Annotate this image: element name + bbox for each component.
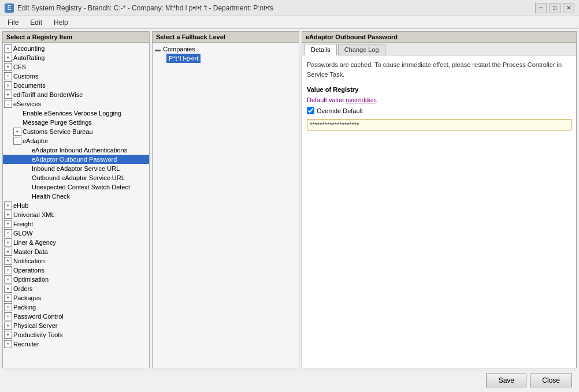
tree-item-enableeservices[interactable]: Enable eServices Verbose Logging	[3, 109, 149, 118]
tree-item-masterdata[interactable]: + Master Data	[3, 247, 149, 256]
toggle-passwordcontrol[interactable]: +	[4, 312, 12, 320]
toggle-glow[interactable]: +	[4, 229, 12, 237]
tree-label-unexpectedcontext: Unexpected Context Switch Detect	[32, 184, 130, 191]
toggle-editariff[interactable]: +	[4, 91, 12, 99]
tree-container[interactable]: + Accounting + AutoRating + CFS + Custom	[3, 43, 149, 368]
tree-item-productivitytools[interactable]: + Productivity Tools	[3, 330, 149, 339]
toggle-accounting[interactable]: +	[4, 44, 12, 53]
tree-label-ehub: eHub	[13, 202, 28, 209]
toggle-ehub[interactable]: +	[4, 201, 12, 210]
tree-label-passwordcontrol: Password Control	[13, 313, 64, 320]
tree-label-physicalserver: Physical Server	[13, 322, 57, 329]
toggle-eadaptor[interactable]: -	[13, 137, 21, 145]
tree-item-inboundeadaptor[interactable]: Inbound eAdaptor Service URL	[3, 164, 149, 173]
tree-item-physicalserver[interactable]: + Physical Server	[3, 321, 149, 330]
tree-label-documents: Documents	[13, 82, 46, 89]
tree-item-orders[interactable]: + Orders	[3, 284, 149, 293]
tree-label-eadaptor: eAdaptor	[23, 137, 49, 144]
tree-label-accounting: Accounting	[13, 45, 44, 52]
toggle-customsservicebureau[interactable]: +	[13, 128, 21, 136]
toggle-physicalserver[interactable]: +	[4, 322, 12, 330]
bottom-bar: Save Close	[2, 371, 577, 390]
tree-label-eservices: eServices	[13, 100, 41, 107]
tree-label-packing: Packing	[13, 304, 36, 311]
maximize-button[interactable]: □	[549, 3, 561, 13]
selected-company-label: P*t*l l•p•r•t	[166, 54, 201, 63]
menu-edit[interactable]: Edit	[25, 17, 47, 28]
toggle-cfs[interactable]: +	[4, 63, 12, 71]
toggle-eservices[interactable]: -	[4, 100, 12, 108]
save-button[interactable]: Save	[486, 374, 526, 387]
tree-item-ehub[interactable]: + eHub	[3, 201, 149, 210]
menu-bar: File Edit Help	[0, 16, 579, 29]
tree-item-passwordcontrol[interactable]: + Password Control	[3, 312, 149, 321]
tree-item-freight[interactable]: + Freight	[3, 219, 149, 229]
tree-item-universalxml[interactable]: + Universal XML	[3, 210, 149, 219]
toggle-operations[interactable]: +	[4, 266, 12, 274]
tree-item-unexpectedcontext[interactable]: Unexpected Context Switch Detect	[3, 182, 149, 192]
tree-item-recruiter[interactable]: + Recruiter	[3, 339, 149, 349]
toggle-customs[interactable]: +	[4, 72, 12, 80]
fallback-panel: Select a Fallback Level ▬ Companies P*t*…	[152, 31, 299, 368]
tree-item-eservices[interactable]: - eServices	[3, 99, 149, 109]
tree-item-messagepurge[interactable]: Message Purge Settings	[3, 118, 149, 127]
tree-label-eadaptoroutbound: eAdaptor Outbound Password	[32, 156, 117, 163]
tree-label-autorating: AutoRating	[13, 54, 44, 61]
tree-item-packages[interactable]: + Packages	[3, 293, 149, 303]
tree-item-outboundeadaptor[interactable]: Outbound eAdaptor Service URL	[3, 173, 149, 182]
toggle-orders[interactable]: +	[4, 285, 12, 293]
tree-label-inboundeadaptor: Inbound eAdaptor Service URL	[32, 165, 120, 172]
toggle-masterdata[interactable]: +	[4, 248, 12, 256]
menu-help[interactable]: Help	[49, 17, 73, 28]
toggle-optimisation[interactable]: +	[4, 275, 12, 283]
fallback-panel-header: Select a Fallback Level	[153, 32, 299, 43]
toggle-packages[interactable]: +	[4, 294, 12, 302]
toggle-universalxml[interactable]: +	[4, 211, 12, 219]
tree-label-notification: Notification	[13, 257, 44, 264]
title-text: Edit System Registry - Branch: C:-* - Co…	[17, 4, 273, 12]
tree-item-accounting[interactable]: + Accounting	[3, 44, 149, 53]
password-value-input[interactable]	[307, 119, 571, 130]
fallback-selected-item[interactable]: P*t*l l•p•r•t	[155, 53, 296, 64]
tree-item-packing[interactable]: + Packing	[3, 303, 149, 312]
tab-details[interactable]: Details	[305, 44, 337, 55]
tree-item-customs[interactable]: + Customs	[3, 72, 149, 81]
tree-label-customs: Customs	[13, 73, 38, 80]
toggle-lineragency[interactable]: +	[4, 238, 12, 247]
tree-item-autorating[interactable]: + AutoRating	[3, 53, 149, 62]
tree-item-editariff[interactable]: + ediTariff and BorderWise	[3, 90, 149, 99]
fallback-companies[interactable]: ▬ Companies	[155, 45, 296, 53]
tree-item-notification[interactable]: + Notification	[3, 256, 149, 266]
toggle-productivitytools[interactable]: +	[4, 331, 12, 339]
tree-item-cfs[interactable]: + CFS	[3, 62, 149, 72]
tree-item-glow[interactable]: + GLOW	[3, 229, 149, 238]
info-text: Passwords are cached. To cause immediate…	[307, 60, 571, 79]
app-icon: E	[5, 3, 14, 13]
tree-label-optimisation: Optimisation	[13, 276, 49, 283]
toggle-packing[interactable]: +	[4, 303, 12, 311]
registry-panel-header: Select a Registry Item	[3, 32, 149, 43]
close-button[interactable]: Close	[530, 374, 572, 387]
collapse-icon: ▬	[155, 46, 161, 53]
toggle-notification[interactable]: +	[4, 257, 12, 265]
tab-changelog[interactable]: Change Log	[338, 44, 385, 55]
tree-label-recruiter: Recruiter	[13, 341, 39, 348]
tree-item-healthcheck[interactable]: Health Check	[3, 192, 149, 201]
toggle-documents[interactable]: +	[4, 81, 12, 89]
minimize-button[interactable]: ─	[535, 3, 547, 13]
tree-item-lineragency[interactable]: + Liner & Agency	[3, 238, 149, 247]
tree-item-customsservicebureau[interactable]: + Customs Service Bureau	[3, 127, 149, 136]
toggle-freight[interactable]: +	[4, 220, 12, 228]
toggle-autorating[interactable]: +	[4, 54, 12, 62]
window-close-button[interactable]: ✕	[563, 3, 574, 13]
tree-item-eadaptorinbound[interactable]: eAdaptor Inbound Authentications	[3, 145, 149, 155]
tree-item-eadaptor[interactable]: - eAdaptor	[3, 136, 149, 145]
default-value-text: Default value overridden.	[307, 96, 571, 103]
tree-item-documents[interactable]: + Documents	[3, 81, 149, 90]
menu-file[interactable]: File	[2, 17, 24, 28]
tree-item-optimisation[interactable]: + Optimisation	[3, 275, 149, 284]
override-default-checkbox[interactable]	[307, 107, 314, 114]
tree-item-eadaptoroutbound[interactable]: eAdaptor Outbound Password	[3, 155, 149, 164]
toggle-recruiter[interactable]: +	[4, 340, 12, 348]
tree-item-operations[interactable]: + Operations	[3, 266, 149, 275]
